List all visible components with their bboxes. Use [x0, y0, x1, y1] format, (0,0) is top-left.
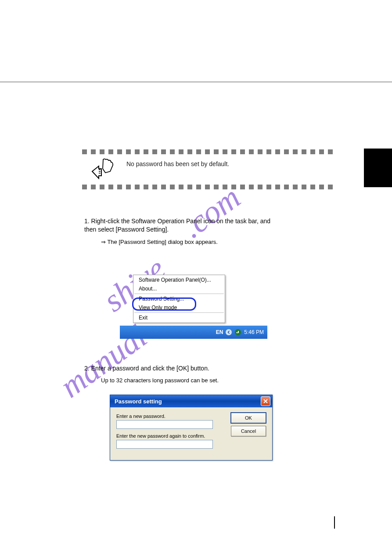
tray-clock: 5:46 PM — [244, 329, 264, 335]
dot-divider-top — [82, 149, 333, 154]
password-setting-dialog: Password setting Enter a new password. E… — [110, 395, 273, 461]
taskbar: EN 5:46 PM — [120, 326, 267, 339]
menu-item-sop[interactable]: Software Operation Panel(O)... — [133, 276, 225, 284]
menu-item-view-only[interactable]: View Only mode — [133, 303, 225, 312]
new-password-field[interactable] — [116, 420, 213, 429]
step-2: 2. Enter a password and click the [OK] b… — [84, 365, 209, 372]
menu-separator — [134, 294, 224, 294]
step-1-result: ⇒ The [Password Setting] dialog box appe… — [101, 239, 218, 245]
context-menu: Software Operation Panel(O)... About... … — [133, 275, 225, 323]
cancel-button[interactable]: Cancel — [231, 426, 266, 436]
dialog-titlebar: Password setting — [110, 395, 272, 407]
menu-separator — [134, 312, 224, 313]
tray-expand-icon[interactable] — [226, 329, 232, 335]
svg-rect-4 — [238, 331, 239, 333]
step-1-line1: 1. Right-click the Software Operation Pa… — [84, 218, 270, 225]
note-text: No password has been set by default. — [126, 160, 229, 167]
ok-button[interactable]: OK — [231, 413, 266, 423]
dot-divider-bottom — [82, 185, 333, 189]
horizontal-rule — [0, 82, 392, 82]
menu-item-exit[interactable]: Exit — [133, 313, 225, 322]
menu-item-about[interactable]: About... — [133, 284, 225, 293]
step-2-note: Up to 32 characters long password can be… — [101, 377, 219, 384]
side-tab — [364, 149, 392, 187]
attention-hand-icon — [90, 158, 115, 181]
step-1-line2: then select [Password Setting]. — [84, 226, 169, 233]
tray-lang[interactable]: EN — [216, 329, 223, 335]
dialog-title-text: Password setting — [115, 398, 162, 405]
close-icon[interactable] — [261, 396, 270, 406]
menu-item-password-setting[interactable]: Password Setting... — [133, 294, 225, 303]
confirm-password-field[interactable] — [116, 440, 213, 449]
dialog-body: Enter a new password. Enter the new pass… — [110, 407, 272, 460]
tray-app-icon[interactable] — [234, 329, 241, 336]
page-number-bar — [334, 516, 335, 529]
